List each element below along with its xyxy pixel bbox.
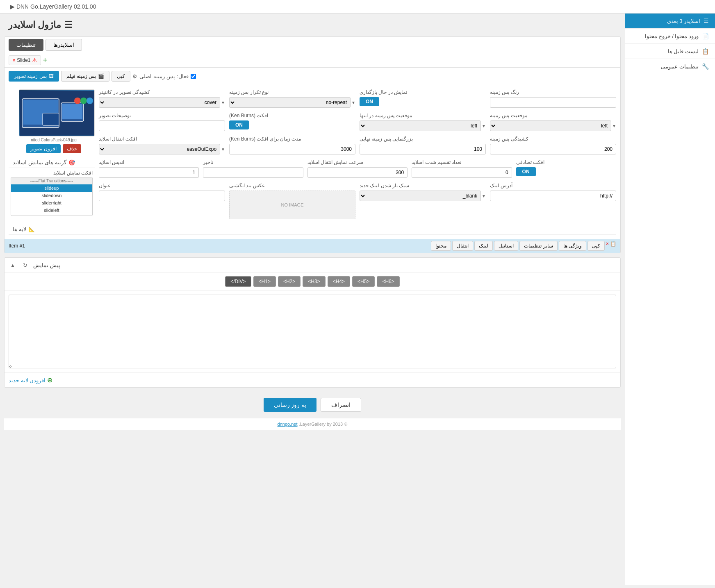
desc-input[interactable] xyxy=(99,120,225,131)
final-zoom-input[interactable] xyxy=(360,144,486,154)
transition-effect-select[interactable]: easeOutExpo linear xyxy=(99,144,220,154)
video-tab-btn[interactable]: 🎬 پس زمینه فیلم xyxy=(61,71,110,82)
item-tab-link[interactable]: لینک xyxy=(474,241,493,251)
form-section: رنگ پس زمینه نمایش در حال بازگذاری ON نو… xyxy=(5,85,620,239)
page-title: ☰ ماژول اسلایدر xyxy=(8,20,73,30)
auto-select[interactable]: blank_ _self _parent xyxy=(360,191,481,201)
sidebar-item-label: ورود محتوا / خروج محتوا xyxy=(645,33,699,39)
toolbar-h5-btn[interactable]: <H5> xyxy=(352,276,375,287)
item-tabs: 📋 × کپی ویژگی ها سایر تنظیمات استاتیل لی… xyxy=(431,241,616,251)
toolbar-h2-btn[interactable]: <H2> xyxy=(278,276,301,287)
form-group-delay: تاخیر xyxy=(203,159,303,178)
bg-tabs: فعال: پس زمینه اصلی ⚙ کپی 🎬 پس زمینه فیل… xyxy=(5,68,620,85)
upload-image-button[interactable]: افزون تصویر xyxy=(26,144,60,153)
main-content: ☰ ماژول اسلایدر اسلایدرها تنظیمات + ⚠ Sl… xyxy=(0,14,625,585)
form-group-random: افکت تصادفی ON xyxy=(516,159,616,176)
sidebar-item-general-settings[interactable]: 🔧 تنظیمات عمومی xyxy=(625,59,715,74)
repeat-label: نوع تکرار پس زمینه xyxy=(229,89,269,95)
up-icon[interactable]: ▲ xyxy=(9,261,17,269)
sidebar-item-file-list[interactable]: 📋 لیست فایل ها xyxy=(625,44,715,59)
item-tab-transfer[interactable]: انتقال xyxy=(452,241,473,251)
auto-arrow: ▼ xyxy=(482,194,486,198)
footer-link[interactable]: dnngo.net xyxy=(278,422,298,427)
sidebar-item-content-entry[interactable]: 📄 ورود محتوا / خروج محتوا xyxy=(625,29,715,44)
link-input[interactable] xyxy=(490,191,616,201)
bg-stretch-input[interactable] xyxy=(490,144,616,154)
delay-input[interactable] xyxy=(203,167,303,178)
position-select[interactable]: left center right xyxy=(490,120,611,131)
split-count-input[interactable] xyxy=(412,167,512,178)
image-tab-btn[interactable]: 🖼 پس زمینه تصویر xyxy=(9,71,59,82)
title-field-input[interactable] xyxy=(99,191,225,201)
position-end-arrow: ▼ xyxy=(482,124,486,128)
auto-label: سیک بار شدن لینک جدید xyxy=(360,183,409,188)
fitting-select[interactable]: cover contain fill none xyxy=(99,97,220,108)
form-group-link: آدرس لینک xyxy=(490,183,616,201)
form-group-kb-duration: مدت زمان برای افکت (Ken Burns) xyxy=(229,136,355,154)
fitting-arrow: ▼ xyxy=(221,100,225,105)
kb-duration-input[interactable] xyxy=(229,144,355,154)
bg-stretch-label: کشیدگی پس زمینه xyxy=(490,136,528,142)
sidebar-item-label: اسلایدر 3 بعدی xyxy=(667,18,700,24)
form-group-fitting: کشیدگی تصویر در کانتینر ▼ cover contain … xyxy=(99,89,225,108)
item-tab-copy[interactable]: کپی xyxy=(587,241,605,251)
form-group-bg-stretch: کشیدگی پس زمینه xyxy=(490,136,616,154)
transition-speed-label: سرعت نمایش انتقال اسلاید xyxy=(307,159,363,165)
toolbar-h6-btn[interactable]: <H6> xyxy=(377,276,399,287)
add-layer-link[interactable]: ⊕ افزودن لایه جدید xyxy=(9,376,52,384)
slide-index-input[interactable] xyxy=(99,167,199,178)
thumbnail-label: عکس بند انگشتی xyxy=(229,183,265,188)
toolbar-h3-btn[interactable]: <H3> xyxy=(303,276,325,287)
footer: © 2013 dnngo.net .LayerGallery by xyxy=(4,418,621,430)
save-button[interactable]: به روز رسانی xyxy=(264,398,317,412)
tab-sliders[interactable]: اسلایدرها xyxy=(46,39,82,51)
item-copy-icon[interactable]: 📋 xyxy=(610,241,616,251)
transition-item-slideleft[interactable]: slideleft xyxy=(11,207,92,214)
settings-icon: ⚙ xyxy=(132,73,137,79)
ken-burns-label: افکت (Ken Burns) xyxy=(229,113,268,118)
add-layer-label: افزودن لایه جدید xyxy=(9,377,46,384)
cancel-button[interactable]: انصراف xyxy=(321,398,361,412)
position-label: موقعیت پس زمینه xyxy=(490,113,527,118)
refresh-icon[interactable]: ↻ xyxy=(21,261,29,269)
display-toggle[interactable]: ON xyxy=(360,97,379,106)
slide-tab-1[interactable]: ⚠ Slide1 × xyxy=(9,55,41,65)
item-close-icon[interactable]: × xyxy=(606,241,609,251)
preview-content[interactable] xyxy=(9,295,616,368)
toolbar-h1-btn[interactable]: <H1> xyxy=(253,276,276,287)
preview-section: پیش نمایش ↻ ▲ <H6> <H5> <H4> <H3> <H2> <… xyxy=(4,257,621,388)
layers-section-title: 📐 لایه ها xyxy=(9,224,616,235)
sidebar-item-label: تنظیمات عمومی xyxy=(661,64,699,70)
item-tab-features[interactable]: ویژگی ها xyxy=(559,241,586,251)
item-tab-other[interactable]: سایر تنظیمات xyxy=(519,241,557,251)
item-tab-content[interactable]: محتوا xyxy=(431,241,451,251)
transition-list[interactable]: -----Flat Transitions------ slideup slid… xyxy=(11,177,93,216)
layers-icon: 📐 xyxy=(28,226,35,232)
toolbar-h4-btn[interactable]: <H4> xyxy=(328,276,350,287)
app-title: DNN Go.LayerGallery 02.01.00 xyxy=(16,3,96,10)
form-group-thumbnail: عکس بند انگشتی NO IMAGE xyxy=(229,183,355,219)
final-zoom-label: بزرگنمایی پس زمینه نهایی xyxy=(360,136,413,142)
copy-tab-btn[interactable]: کپی xyxy=(112,71,130,82)
transition-item-sliderright[interactable]: sliderright xyxy=(11,199,92,207)
transition-speed-input[interactable] xyxy=(307,167,408,178)
random-toggle[interactable]: ON xyxy=(516,167,536,176)
transition-header: -----Flat Transitions------ xyxy=(11,177,92,184)
ken-burns-toggle[interactable]: ON xyxy=(229,120,249,129)
toolbar-div-btn[interactable]: <DIV/> xyxy=(225,276,251,287)
main-bg-checkbox[interactable] xyxy=(191,74,196,79)
sidebar-item-next-slider[interactable]: ☰ اسلایدر 3 بعدی xyxy=(625,14,715,29)
tab-settings[interactable]: تنظیمات xyxy=(9,39,43,51)
add-slide-button[interactable]: + xyxy=(43,56,48,65)
color-input[interactable] xyxy=(490,97,616,108)
form-group-desc: توضیحات تصویر xyxy=(99,113,225,131)
transition-item-slideup[interactable]: slideup xyxy=(11,184,92,192)
position-end-select[interactable]: left center right xyxy=(360,120,481,131)
delete-image-button[interactable]: حذف xyxy=(63,144,81,153)
transition-item-slidedown[interactable]: slidedown xyxy=(11,192,92,199)
form-group-title: عنوان xyxy=(99,183,225,201)
item-tab-static[interactable]: استاتیل xyxy=(494,241,518,251)
slide-close-button[interactable]: × xyxy=(12,57,16,64)
repeat-select[interactable]: no-repeat repeat repeat-x repeat-y xyxy=(229,97,351,108)
thumbnail-no-image: NO IMAGE xyxy=(229,191,355,219)
